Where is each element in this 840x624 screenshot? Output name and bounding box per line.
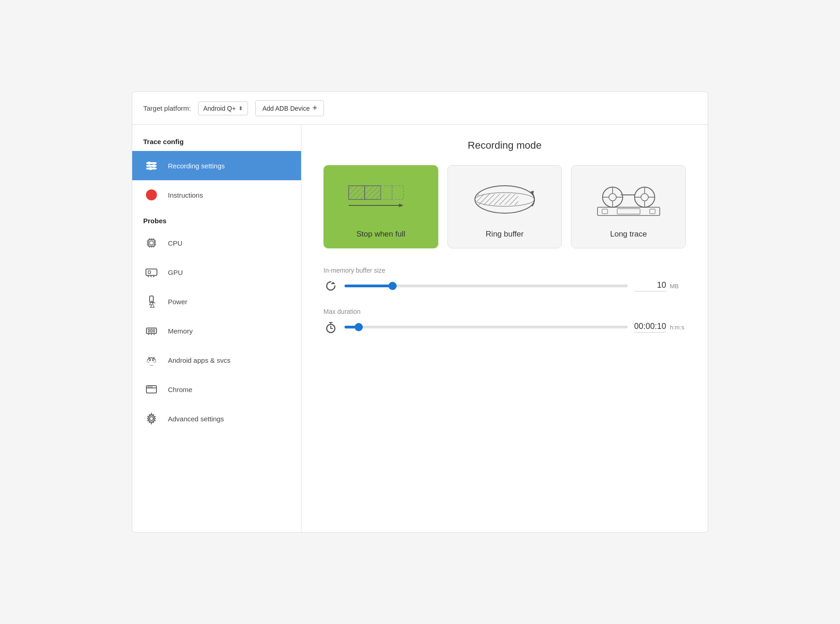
- platform-arrows-icon: ⬍: [238, 105, 243, 112]
- max-duration-track-bg: [345, 326, 628, 328]
- buffer-size-thumb[interactable]: [388, 282, 397, 290]
- svg-rect-77: [650, 209, 655, 214]
- svg-point-43: [148, 386, 149, 387]
- svg-point-62: [609, 194, 616, 201]
- sidebar: Trace config Recording settings: [132, 125, 302, 532]
- power-label: Power: [168, 298, 188, 306]
- platform-value: Android Q+: [203, 105, 236, 112]
- svg-rect-51: [392, 186, 404, 199]
- instructions-label: Instructions: [168, 191, 203, 199]
- cpu-label: CPU: [168, 239, 183, 247]
- stop-when-full-label: Stop when full: [356, 230, 405, 239]
- probes-title: Probes: [132, 210, 301, 228]
- sidebar-item-advanced-settings[interactable]: Advanced settings: [132, 404, 301, 433]
- sidebar-item-memory[interactable]: Memory: [132, 316, 301, 345]
- sidebar-item-gpu[interactable]: GPU: [132, 258, 301, 287]
- svg-rect-34: [147, 360, 156, 365]
- settings-icon: [143, 410, 160, 427]
- svg-rect-20: [146, 269, 157, 275]
- chrome-label: Chrome: [168, 386, 192, 393]
- main-layout: Trace config Recording settings: [132, 125, 708, 532]
- buffer-size-fill: [345, 285, 393, 287]
- max-duration-row: 00:00:10 h:m:s: [323, 320, 686, 334]
- max-duration-track[interactable]: [345, 326, 628, 328]
- ring-buffer-illustration: [468, 177, 541, 222]
- svg-rect-58: [491, 194, 505, 205]
- max-duration-thumb[interactable]: [355, 323, 363, 331]
- add-device-button[interactable]: Add ADB Device +: [255, 100, 324, 116]
- android-apps-label: Android apps & svcs: [168, 356, 231, 364]
- max-duration-value-box: 00:00:10 h:m:s: [634, 322, 686, 333]
- add-device-label: Add ADB Device: [262, 105, 310, 112]
- sidebar-item-instructions[interactable]: Instructions: [132, 180, 301, 210]
- cpu-icon: [143, 235, 160, 251]
- svg-rect-75: [617, 209, 640, 214]
- buffer-size-unit: MB: [670, 283, 686, 290]
- max-duration-section: Max duration: [323, 308, 686, 334]
- buffer-size-row: 10 MB: [323, 279, 686, 293]
- buffer-size-track[interactable]: [345, 285, 628, 287]
- recording-settings-label: Recording settings: [168, 162, 225, 170]
- svg-point-4: [153, 165, 155, 167]
- advanced-settings-label: Advanced settings: [168, 415, 224, 423]
- target-platform-label: Target platform:: [143, 104, 191, 112]
- svg-rect-50: [381, 186, 392, 199]
- record-icon: [143, 187, 160, 203]
- memory-label: Memory: [168, 327, 193, 335]
- buffer-size-value-box: 10 MB: [634, 280, 686, 291]
- gpu-label: GPU: [168, 269, 183, 276]
- svg-rect-57: [477, 194, 491, 205]
- gpu-icon: [143, 264, 160, 280]
- memory-icon: [143, 323, 160, 339]
- svg-marker-53: [399, 204, 404, 207]
- timer-icon[interactable]: [323, 320, 338, 334]
- svg-rect-76: [602, 209, 608, 214]
- svg-point-44: [150, 386, 151, 387]
- red-dot: [146, 189, 157, 200]
- long-trace-label: Long trace: [610, 230, 647, 239]
- android-icon: [143, 352, 160, 368]
- mode-card-stop-when-full[interactable]: Stop when full: [323, 165, 438, 248]
- reset-icon[interactable]: [323, 279, 338, 293]
- svg-rect-49: [365, 186, 381, 199]
- buffer-size-section: In-memory buffer size: [323, 267, 686, 293]
- sidebar-item-recording-settings[interactable]: Recording settings: [132, 151, 301, 180]
- sidebar-item-power[interactable]: Power: [132, 287, 301, 316]
- buffer-size-label: In-memory buffer size: [323, 267, 686, 274]
- sidebar-item-chrome[interactable]: Chrome: [132, 375, 301, 404]
- svg-marker-78: [331, 282, 335, 284]
- mode-card-long-trace[interactable]: Long trace: [571, 165, 686, 248]
- buffer-size-value: 10: [634, 280, 666, 291]
- trace-config-title: Trace config: [132, 134, 301, 151]
- svg-rect-7: [150, 241, 153, 245]
- sidebar-item-android-apps[interactable]: Android apps & svcs: [132, 345, 301, 375]
- svg-rect-59: [505, 194, 518, 205]
- top-bar: Target platform: Android Q+ ⬍ Add ADB De…: [132, 92, 708, 125]
- recording-mode-title: Recording mode: [323, 140, 686, 151]
- svg-rect-6: [148, 240, 155, 246]
- svg-point-46: [150, 417, 153, 420]
- ring-buffer-label: Ring buffer: [486, 230, 524, 239]
- sliders-icon: [143, 157, 160, 174]
- svg-point-5: [150, 167, 152, 170]
- svg-point-68: [641, 194, 648, 201]
- mode-card-ring-buffer[interactable]: Ring buffer: [447, 165, 562, 248]
- max-duration-unit: h:m:s: [670, 324, 686, 331]
- svg-point-3: [148, 162, 151, 164]
- max-duration-value: 00:00:10: [634, 322, 666, 333]
- svg-rect-21: [148, 271, 151, 274]
- svg-point-45: [151, 386, 152, 387]
- max-duration-label: Max duration: [323, 308, 686, 315]
- svg-rect-48: [349, 186, 365, 199]
- svg-rect-27: [148, 329, 150, 332]
- long-trace-illustration: [592, 177, 665, 222]
- platform-select[interactable]: Android Q+ ⬍: [198, 102, 248, 115]
- buffer-size-track-bg: [345, 285, 628, 287]
- plus-icon: +: [312, 103, 318, 113]
- chrome-icon: [143, 381, 160, 398]
- sidebar-item-cpu[interactable]: CPU: [132, 228, 301, 258]
- svg-rect-29: [153, 329, 155, 332]
- svg-rect-28: [151, 329, 152, 332]
- app-container: Target platform: Android Q+ ⬍ Add ADB De…: [132, 91, 708, 533]
- content-area: Recording mode: [302, 125, 708, 532]
